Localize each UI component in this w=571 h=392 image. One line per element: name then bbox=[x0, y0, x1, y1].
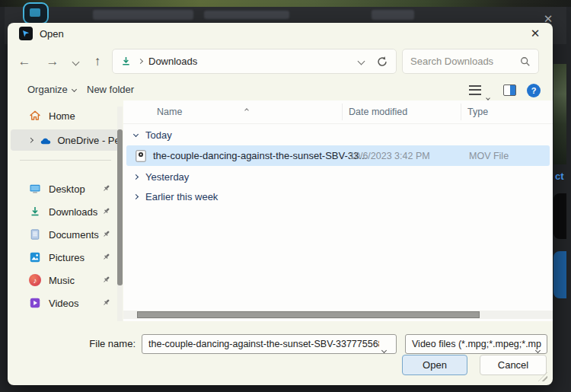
forward-button[interactable]: → bbox=[42, 52, 63, 72]
sidebar-item-videos[interactable]: Videos bbox=[8, 292, 123, 314]
mov-file-icon bbox=[136, 150, 146, 162]
organize-label: Organize bbox=[27, 84, 68, 95]
sidebar-item-home[interactable]: Home bbox=[8, 107, 123, 125]
pin-icon bbox=[101, 206, 111, 216]
file-list: Name Date modified Type Today the-couple… bbox=[123, 100, 553, 321]
dialog-main-area: Home OneDrive - Perso Desktop bbox=[8, 100, 553, 321]
column-header-type[interactable]: Type bbox=[467, 107, 488, 117]
address-dropdown-chevron-icon[interactable] bbox=[358, 58, 365, 65]
file-name-dropdown-chevron-icon[interactable] bbox=[382, 342, 386, 355]
downloads-icon bbox=[29, 206, 41, 218]
pin-icon bbox=[101, 275, 111, 285]
organize-button[interactable]: Organize bbox=[27, 84, 76, 95]
sidebar-item-music[interactable]: ♪ Music bbox=[8, 269, 123, 292]
column-header-name[interactable]: Name bbox=[157, 107, 182, 117]
list-view-icon bbox=[469, 85, 481, 95]
dialog-title: Open bbox=[40, 28, 64, 40]
pin-icon bbox=[101, 183, 111, 193]
desktop-icon bbox=[29, 183, 41, 195]
file-date-modified: 10/6/2023 3:42 PM bbox=[349, 151, 430, 161]
group-label: Yesterday bbox=[145, 171, 189, 183]
group-header-earlier-this-week[interactable]: Earlier this week bbox=[134, 191, 218, 202]
sort-ascending-icon[interactable] bbox=[245, 101, 248, 115]
background-app-icon bbox=[23, 2, 49, 24]
view-mode-button[interactable] bbox=[469, 85, 481, 95]
sidebar-item-label: Downloads bbox=[49, 206, 97, 218]
search-input[interactable] bbox=[410, 56, 517, 67]
new-folder-button[interactable]: New folder bbox=[87, 84, 134, 95]
recent-locations-chevron-icon[interactable] bbox=[69, 52, 82, 72]
cancel-button[interactable]: Cancel bbox=[480, 355, 547, 375]
close-icon[interactable]: ✕ bbox=[524, 24, 547, 43]
sidebar-scrollbar-thumb[interactable] bbox=[117, 129, 123, 285]
pin-icon bbox=[101, 229, 111, 239]
group-header-today[interactable]: Today bbox=[134, 129, 172, 141]
open-button[interactable]: Open bbox=[402, 355, 467, 375]
background-dark-button bbox=[553, 193, 566, 239]
column-separator[interactable] bbox=[461, 104, 461, 120]
file-type-filter-select[interactable]: Video files (*.mpg;*.mpeg;*.mp bbox=[405, 334, 547, 354]
group-header-yesterday[interactable]: Yesterday bbox=[134, 171, 189, 183]
sidebar-item-label: Home bbox=[49, 110, 75, 122]
breadcrumb-separator-icon bbox=[138, 59, 143, 64]
expand-chevron-icon[interactable] bbox=[28, 138, 33, 143]
group-collapsed-chevron-icon[interactable] bbox=[133, 194, 139, 199]
file-name: the-couple-dancing-against-the-sunset-SB… bbox=[153, 150, 367, 161]
preview-pane-button[interactable] bbox=[503, 84, 516, 96]
help-button[interactable]: ? bbox=[527, 84, 541, 97]
folder-icon bbox=[29, 320, 41, 321]
header-divider bbox=[123, 123, 553, 124]
help-icon: ? bbox=[527, 84, 541, 97]
horizontal-scrollbar[interactable] bbox=[123, 311, 553, 319]
group-label: Today bbox=[145, 129, 172, 141]
documents-icon bbox=[29, 228, 41, 241]
sidebar-item-onedrive[interactable]: OneDrive - Perso bbox=[11, 129, 119, 151]
sidebar-item-label: OneDrive - Perso bbox=[57, 135, 119, 146]
sidebar-item-desktop[interactable]: Desktop bbox=[8, 177, 123, 200]
group-collapsed-chevron-icon[interactable] bbox=[133, 174, 139, 180]
background-title-text bbox=[372, 10, 414, 20]
column-separator[interactable] bbox=[342, 104, 343, 120]
organize-chevron-icon bbox=[72, 87, 77, 92]
app-logo-icon bbox=[19, 27, 33, 40]
sidebar-item-label: Pictures bbox=[49, 252, 85, 263]
sidebar-scrollbar[interactable] bbox=[117, 107, 123, 321]
file-name-label: File name: bbox=[53, 338, 136, 349]
group-label: Earlier this week bbox=[145, 191, 218, 202]
preview-pane-icon bbox=[503, 84, 516, 96]
navigation-sidebar: Home OneDrive - Perso Desktop bbox=[8, 100, 123, 321]
file-type-filter-value: Video files (*.mpg;*.mpeg;*.mp bbox=[412, 339, 541, 349]
home-icon bbox=[29, 110, 41, 122]
address-bar[interactable]: Downloads bbox=[112, 49, 397, 74]
file-type: MOV File bbox=[469, 151, 509, 161]
sidebar-item-label: Documents bbox=[49, 229, 99, 241]
sidebar-divider bbox=[20, 160, 111, 161]
background-title-text bbox=[204, 11, 289, 19]
downloads-location-icon bbox=[120, 56, 132, 67]
horizontal-scrollbar-thumb[interactable] bbox=[137, 311, 480, 318]
group-expanded-chevron-icon[interactable] bbox=[133, 131, 139, 136]
back-button[interactable]: ← bbox=[14, 52, 35, 72]
sidebar-item-documents[interactable]: Documents bbox=[8, 223, 123, 246]
new-folder-label: New folder bbox=[87, 84, 134, 95]
dialog-titlebar: Open ✕ bbox=[8, 23, 553, 44]
sidebar-item-downloads[interactable]: Downloads bbox=[8, 200, 123, 223]
pin-icon bbox=[101, 252, 111, 262]
sidebar-item-label: Music bbox=[49, 275, 75, 286]
column-header-date-modified[interactable]: Date modified bbox=[349, 107, 407, 117]
file-row-selected[interactable]: the-couple-dancing-against-the-sunset-SB… bbox=[126, 145, 550, 166]
pin-icon bbox=[101, 298, 111, 308]
sidebar-item-label: Videos bbox=[49, 298, 79, 309]
file-name-input[interactable] bbox=[142, 334, 397, 354]
search-box bbox=[402, 49, 539, 74]
background-partial-label: ct bbox=[555, 171, 564, 182]
file-type-dropdown-chevron-icon[interactable] bbox=[536, 342, 540, 355]
onedrive-icon bbox=[40, 135, 52, 145]
breadcrumb-location[interactable]: Downloads bbox=[148, 56, 197, 67]
up-button[interactable]: ↑ bbox=[87, 52, 108, 72]
open-file-dialog: Open ✕ ← → ↑ Downloads Organize bbox=[8, 23, 553, 385]
sidebar-item-pictures[interactable]: Pictures bbox=[8, 246, 123, 269]
search-icon[interactable] bbox=[520, 56, 531, 67]
sidebar-item-reference-docs[interactable]: Reference Docs bbox=[8, 314, 123, 321]
refresh-icon[interactable] bbox=[376, 56, 388, 68]
